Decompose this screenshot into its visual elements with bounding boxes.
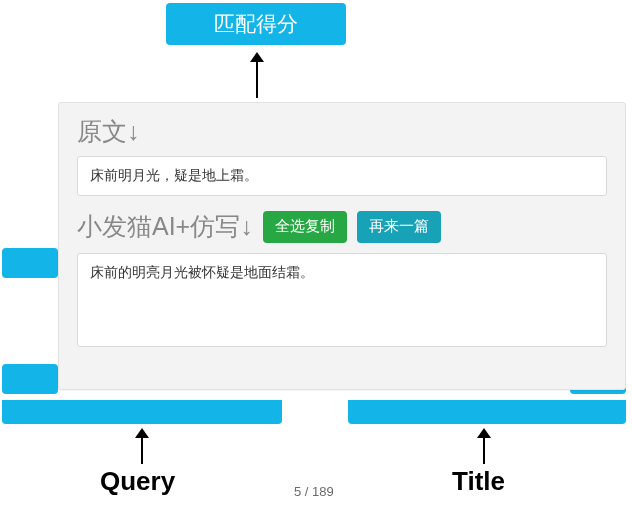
score-box: 匹配得分 xyxy=(166,3,346,45)
svg-marker-5 xyxy=(477,428,491,438)
rewrite-text-input[interactable]: 床前的明亮月光被怀疑是地面结霜。 xyxy=(77,253,607,347)
query-label: Query xyxy=(100,466,175,497)
arrow-up-title xyxy=(477,428,491,464)
regenerate-label: 再来一篇 xyxy=(369,217,429,236)
arrow-up-query xyxy=(135,428,149,464)
rewrite-card: 原文↓ 床前明月光，疑是地上霜。 小发猫AI+仿写↓ 全选复制 再来一篇 床前的… xyxy=(58,102,626,390)
left-bracket-shape xyxy=(2,248,58,394)
score-label: 匹配得分 xyxy=(214,10,298,38)
copy-all-button[interactable]: 全选复制 xyxy=(263,211,347,243)
arrow-up-to-score xyxy=(250,52,264,98)
copy-all-label: 全选复制 xyxy=(275,217,335,236)
title-label: Title xyxy=(452,466,505,497)
svg-marker-3 xyxy=(135,428,149,438)
original-title: 原文↓ xyxy=(77,115,607,148)
original-text: 床前明月光，疑是地上霜。 xyxy=(90,167,258,183)
page-indicator: 5 / 189 xyxy=(294,484,334,499)
title-bar xyxy=(348,400,626,424)
rewrite-title: 小发猫AI+仿写↓ xyxy=(77,210,253,243)
svg-marker-1 xyxy=(250,52,264,62)
query-bar xyxy=(2,400,282,424)
rewrite-text: 床前的明亮月光被怀疑是地面结霜。 xyxy=(90,264,314,280)
rewrite-title-row: 小发猫AI+仿写↓ 全选复制 再来一篇 xyxy=(77,210,607,243)
regenerate-button[interactable]: 再来一篇 xyxy=(357,211,441,243)
original-text-input[interactable]: 床前明月光，疑是地上霜。 xyxy=(77,156,607,196)
